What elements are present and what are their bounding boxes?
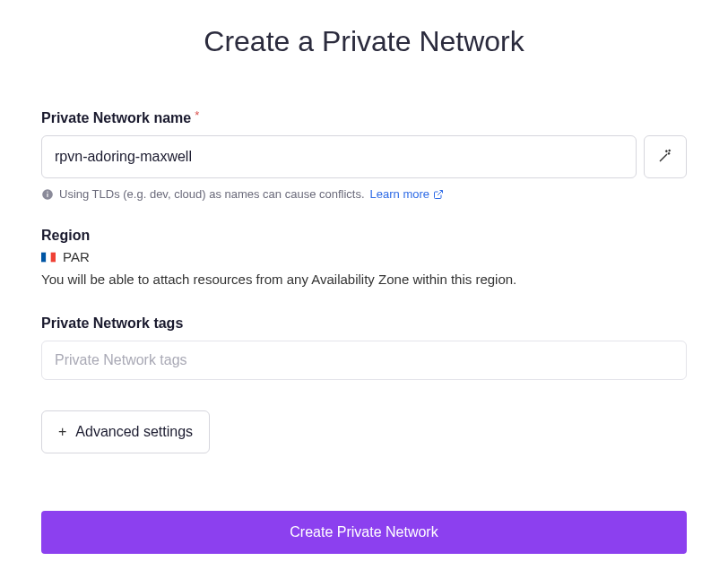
magic-wand-icon [658, 149, 672, 166]
svg-line-0 [660, 154, 667, 161]
advanced-settings-label: Advanced settings [75, 424, 193, 440]
tags-label-row: Private Network tags [41, 315, 687, 332]
svg-rect-3 [47, 191, 48, 192]
name-label: Private Network name [41, 110, 191, 126]
region-description: You will be able to attach resources fro… [41, 270, 687, 290]
external-link-icon [433, 189, 444, 200]
svg-rect-7 [51, 252, 56, 262]
region-value-row: PAR [41, 249, 687, 264]
private-network-name-input[interactable] [41, 135, 637, 178]
region-group: Region PAR You will be able to attach re… [41, 228, 687, 290]
required-indicator: * [195, 108, 199, 122]
learn-more-text: Learn more [370, 187, 429, 201]
region-code: PAR [63, 249, 90, 264]
name-hint-text: Using TLDs (e.g. dev, cloud) as names ca… [59, 187, 365, 201]
svg-rect-2 [47, 193, 48, 196]
svg-line-4 [438, 190, 443, 195]
name-hint-row: Using TLDs (e.g. dev, cloud) as names ca… [41, 187, 687, 201]
generate-name-button[interactable] [644, 135, 687, 178]
svg-rect-5 [41, 252, 46, 262]
tags-field-group: Private Network tags [41, 315, 687, 380]
region-label: Region [41, 228, 687, 244]
private-network-tags-input[interactable] [41, 341, 687, 380]
tags-label: Private Network tags [41, 315, 183, 332]
advanced-settings-button[interactable]: + Advanced settings [41, 410, 210, 453]
svg-rect-6 [46, 252, 50, 262]
plus-icon: + [58, 424, 66, 440]
name-field-group: Private Network name * Using TLDs (e.g. … [41, 110, 687, 201]
create-private-network-button[interactable]: Create Private Network [41, 511, 687, 554]
name-input-row [41, 135, 687, 178]
learn-more-link[interactable]: Learn more [370, 187, 444, 201]
page-title: Create a Private Network [41, 25, 687, 58]
france-flag-icon [41, 252, 56, 263]
name-label-row: Private Network name * [41, 110, 687, 126]
info-icon [41, 188, 54, 201]
